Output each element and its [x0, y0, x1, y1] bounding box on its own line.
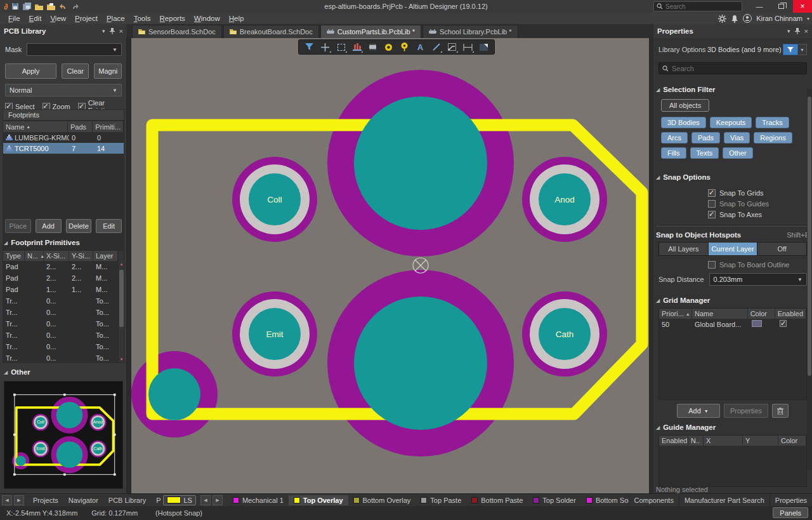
primitive-row[interactable]: Tr...0...To... — [3, 352, 124, 364]
panel-tab-components[interactable]: Components — [629, 495, 679, 505]
properties-search-input[interactable] — [672, 65, 792, 72]
filter-other[interactable]: Other — [723, 147, 753, 159]
snap-to-guides-checkbox[interactable] — [708, 200, 716, 208]
array-placement-icon[interactable] — [350, 41, 363, 53]
panel-tab-projects[interactable]: Projects — [28, 495, 63, 505]
footprint-row-lumberg[interactable]: LUMBERG-KRM08 0 0 — [3, 132, 124, 143]
properties-scrollbar[interactable] — [807, 89, 812, 470]
user-name[interactable]: Kiran Chinnam — [756, 15, 802, 22]
place-string-icon[interactable]: A — [414, 41, 427, 53]
scroll-down-icon[interactable]: ▼ — [119, 357, 124, 361]
guide-col-color[interactable]: Color — [778, 436, 806, 446]
save-icon[interactable] — [11, 3, 19, 10]
filter-pads[interactable]: Pads — [691, 132, 720, 143]
grid-col-color[interactable]: Color — [748, 309, 775, 319]
clear-button[interactable]: Clear — [62, 63, 89, 79]
primitive-row[interactable]: Tr...0...To... — [3, 307, 124, 318]
panel-tab-manufacturer-part-search[interactable]: Manufacturer Part Search — [679, 495, 769, 505]
user-menu-caret-icon[interactable]: ▾ — [807, 16, 809, 22]
layer-tab-mechanical-1[interactable]: Mechanical 1 — [228, 495, 289, 505]
primitives-col-ysize[interactable]: Y-Si... — [69, 251, 93, 261]
layer-tab-top-paste[interactable]: Top Paste — [416, 495, 466, 505]
grid-add-button[interactable]: Add ▼ — [677, 404, 720, 418]
primitives-col-layer[interactable]: Layer — [93, 251, 118, 261]
panels-button[interactable]: Panels — [773, 507, 808, 518]
footprint-row-tcrt5000[interactable]: TCRT5000 7 14 — [3, 143, 124, 154]
snap-distance-dropdown[interactable]: 0.203mm ▼ — [709, 273, 807, 286]
close-button[interactable]: × — [793, 0, 812, 13]
primitive-row[interactable]: Tr...0...To... — [3, 341, 124, 352]
collapse-icon[interactable]: ◢ — [656, 175, 660, 180]
panel-menu-caret-icon[interactable]: ▾ — [102, 28, 105, 34]
mask-mode-dropdown[interactable]: Normal ▼ — [5, 84, 122, 97]
place-via-icon[interactable] — [398, 41, 411, 53]
tabs-scroll-right-icon[interactable]: ▶ — [14, 495, 24, 505]
route-icon[interactable] — [445, 41, 459, 53]
all-objects-button[interactable]: All objects — [661, 99, 709, 112]
panel-tab-pcb-library[interactable]: PCB Library — [103, 495, 151, 505]
layers-scroll-left-icon[interactable]: ◀ — [200, 495, 211, 505]
user-avatar-icon[interactable] — [743, 14, 752, 23]
filter-arcs[interactable]: Arcs — [661, 132, 688, 143]
primitives-scrollbar[interactable]: ▲ ▼ — [118, 251, 124, 363]
grid-color-swatch[interactable] — [752, 320, 762, 327]
primitive-row[interactable]: Pad2...2...M... — [3, 261, 124, 272]
right-splitter[interactable] — [649, 38, 653, 493]
current-layer-chip[interactable]: LS — [163, 495, 195, 505]
filter-texts[interactable]: Texts — [690, 147, 719, 159]
maximize-button[interactable] — [771, 0, 790, 13]
panel-tab-truncated[interactable]: P — [151, 495, 160, 505]
primitive-row[interactable]: Pad1...1...M... — [3, 284, 124, 295]
footprints-col-name[interactable]: Name▲ — [3, 121, 68, 132]
primitive-row[interactable]: Tr...0...To... — [3, 318, 124, 330]
guide-col-enabled[interactable]: Enabled — [659, 436, 688, 446]
place-pad-icon[interactable] — [382, 41, 395, 53]
place-fill-icon[interactable] — [477, 41, 490, 53]
menu-reports[interactable]: Reports — [155, 15, 190, 22]
grid-col-enabled[interactable]: Enabled — [775, 309, 806, 319]
menu-file[interactable]: File — [4, 15, 25, 22]
pad-corner-hole[interactable] — [148, 368, 200, 420]
select-area-icon[interactable] — [334, 41, 348, 53]
seg-all-layers[interactable]: All Layers — [659, 243, 709, 255]
guide-col-name[interactable]: N.. — [688, 436, 704, 446]
menu-place[interactable]: Place — [102, 15, 129, 22]
board-drawing[interactable]: Coll Anod Emit Cath — [131, 38, 649, 493]
layer-tab-top-solder[interactable]: Top Solder — [528, 495, 581, 505]
seg-off[interactable]: Off — [757, 243, 806, 255]
menu-tools[interactable]: Tools — [129, 15, 155, 22]
grid-col-priority[interactable]: Priori...▲ — [659, 309, 692, 319]
layer-tab-bottom-paste[interactable]: Bottom Paste — [466, 495, 528, 505]
guide-col-x[interactable]: X — [704, 436, 743, 446]
pcb-editor-canvas[interactable]: Coll Anod Emit Cath A — [131, 38, 649, 493]
snap-to-grids-checkbox[interactable] — [708, 189, 716, 197]
seg-current-layer[interactable]: Current Layer — [709, 243, 758, 255]
place-component-icon[interactable] — [366, 41, 379, 53]
redo-icon[interactable] — [71, 3, 79, 10]
snap-to-axes-checkbox[interactable] — [708, 211, 716, 218]
doc-tab-breakoutboard[interactable]: BreakoutBoard.SchDoc — [223, 25, 319, 38]
panel-menu-caret-icon[interactable]: ▾ — [787, 28, 790, 34]
dimension-icon[interactable] — [461, 41, 475, 53]
collapse-icon[interactable]: ◢ — [4, 370, 8, 375]
primitives-col-type[interactable]: Type — [3, 251, 25, 261]
place-button[interactable]: Place — [5, 219, 31, 233]
chevron-down-icon[interactable]: ▼ — [798, 44, 807, 55]
primitives-col-xsize[interactable]: X-Si... — [44, 251, 69, 261]
open-folder-icon[interactable] — [35, 3, 43, 10]
properties-search-box[interactable] — [658, 62, 807, 74]
undo-icon[interactable] — [59, 3, 67, 10]
tabs-scroll-left-icon[interactable]: ◀ — [2, 495, 12, 505]
pin-icon[interactable] — [795, 28, 800, 34]
collapse-icon[interactable]: ◢ — [4, 240, 8, 246]
layers-scroll-right-icon[interactable]: ▶ — [213, 495, 223, 505]
filter-tracks[interactable]: Tracks — [756, 117, 789, 128]
move-objects-icon[interactable] — [318, 41, 332, 53]
footprints-col-pads[interactable]: Pads — [68, 121, 93, 132]
collapse-icon[interactable]: ◢ — [656, 425, 660, 430]
global-search-input[interactable] — [665, 3, 735, 10]
primitive-row[interactable]: Pad2...2...M... — [3, 272, 124, 284]
minimize-button[interactable]: — — [750, 0, 769, 13]
doc-tab-schoollibrary[interactable]: School Library.PcbLib * — [422, 25, 518, 38]
selection-filter-icon[interactable] — [303, 41, 316, 53]
